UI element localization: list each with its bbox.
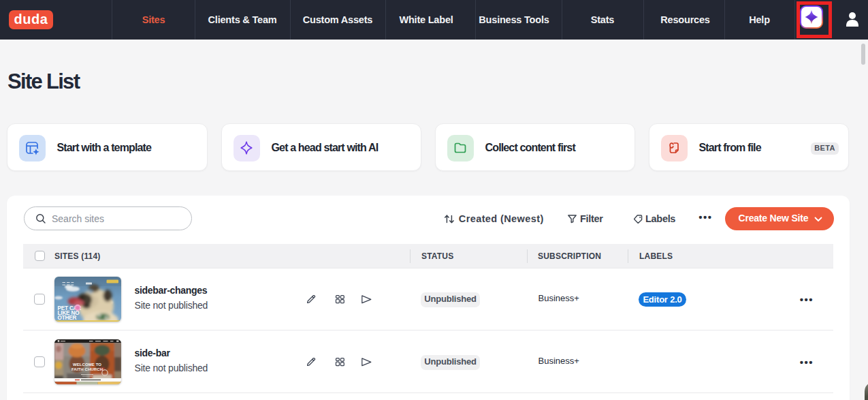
svg-text:FAITH CHURCH: FAITH CHURCH [71,367,103,371]
svg-text:WELCOME TO: WELCOME TO [73,362,101,366]
svg-text:OTHER: OTHER [58,314,77,320]
